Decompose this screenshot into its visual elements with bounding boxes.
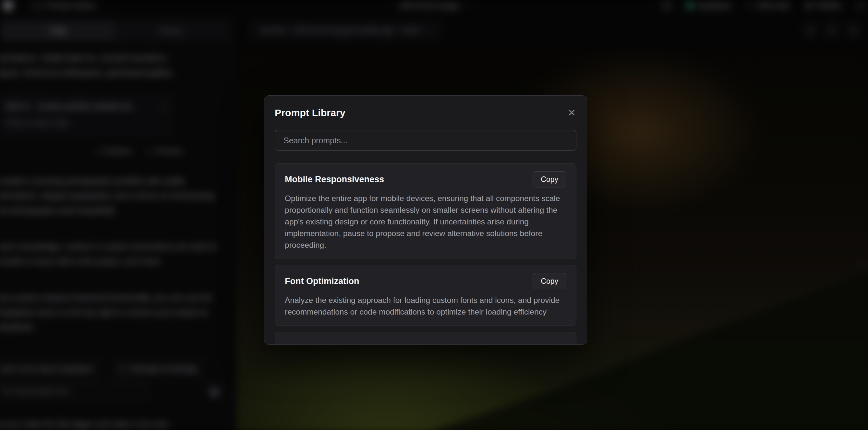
close-icon[interactable]: ✕ (567, 108, 577, 118)
modal-header: Prompt Library ✕ (275, 105, 577, 120)
prompt-body: Optimize the entire app for mobile devic… (285, 193, 566, 251)
prompt-title: Mobile Responsiveness (285, 175, 384, 185)
prompt-title: Font Optimization (285, 276, 359, 286)
modal-title: Prompt Library (275, 108, 345, 118)
prompt-card-partial (275, 332, 577, 345)
prompt-card: Mobile Responsiveness Copy Optimize the … (275, 163, 577, 259)
prompt-body: Analyze the existing approach for loadin… (285, 295, 566, 318)
prompt-card: Font Optimization Copy Analyze the exist… (275, 265, 577, 326)
copy-button[interactable]: Copy (533, 171, 566, 187)
prompt-list: Mobile Responsiveness Copy Optimize the … (275, 163, 577, 345)
app-root: Prompt Library urfit-cloud-voyage Supaba… (0, 0, 868, 430)
search-input[interactable] (275, 130, 577, 151)
copy-button[interactable]: Copy (533, 273, 566, 289)
prompt-library-modal: Prompt Library ✕ Mobile Responsiveness C… (264, 95, 587, 345)
